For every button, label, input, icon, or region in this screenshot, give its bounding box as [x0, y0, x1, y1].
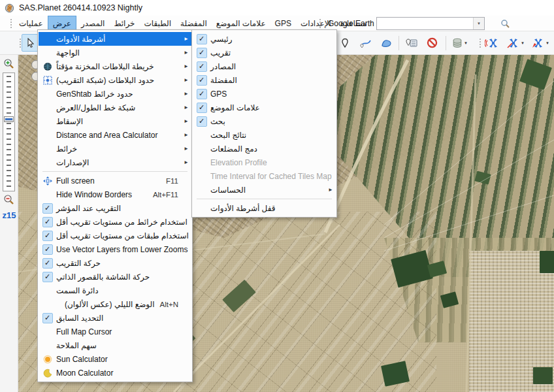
submenu-item-sensors[interactable]: الحساسات ► — [193, 183, 336, 197]
menubar-item-layers[interactable]: الطبقات — [140, 16, 176, 31]
shortcut-label: Alt+N — [157, 301, 182, 308]
search-dropdown-button[interactable]: ▼ — [473, 18, 484, 29]
menu-item-cached-tiles-map[interactable]: خريطة البلاطات المخزنة مؤقتاً ► — [39, 59, 191, 73]
toolbar-grip[interactable] — [319, 18, 321, 29]
menu-item-full-map-cursor[interactable]: Full Map Cursor — [39, 325, 191, 338]
menu-item-moon-calculator[interactable]: Moon Calculator — [39, 366, 191, 380]
search-input[interactable] — [377, 18, 473, 29]
database-stack-icon — [452, 38, 463, 48]
checkmark-icon: ✓ — [197, 61, 207, 72]
checkmark-icon: ✓ — [42, 203, 53, 214]
add-polygon-button[interactable] — [378, 34, 395, 52]
window-title: SAS.Planet 260414.10923 Nightly — [19, 3, 142, 12]
zoom-slider[interactable] — [3, 73, 15, 191]
menu-item-zoom-animation[interactable]: ✓ حركة التقريب — [39, 256, 191, 270]
gps-track-button[interactable]: ▼ — [504, 34, 529, 52]
chevron-down-icon: ▼ — [477, 22, 481, 25]
zoom-sidebar: z15 — [0, 55, 18, 392]
gps-connect-button[interactable] — [483, 34, 500, 52]
submenu-item-zoom-toolbar[interactable]: ✓ تقريب — [193, 46, 336, 59]
menu-item-maps[interactable]: خرائط ► — [39, 142, 191, 155]
menu-item-lat-lon-grid[interactable]: شبكة خط الطول/العرض ► — [39, 101, 191, 114]
menubar-item-operations[interactable]: عمليات — [14, 16, 48, 31]
menu-separator — [197, 199, 332, 199]
submenu-item-main-toolbar[interactable]: ✓ رئيسي — [193, 32, 336, 46]
cache-database-button[interactable]: ▼ — [449, 34, 474, 52]
chevron-down-icon: ▼ — [546, 41, 549, 45]
submenu-arrow-icon: ► — [182, 159, 190, 165]
toolbar-grip[interactable] — [10, 18, 12, 29]
menubar-item-source[interactable]: المصدر — [76, 16, 109, 31]
menu-item-use-vector-layers-from-lower-zooms[interactable]: ✓ Use Vector Layers from Lower Zooms — [39, 242, 191, 256]
cursor-arrow-icon — [25, 38, 36, 48]
menu-item-use-layers-from-lower-zooms[interactable]: ✓ استخدام طبقات من مستويات تقريب أقل — [39, 229, 191, 242]
menu-item-interface[interactable]: الواجهة ► — [39, 46, 191, 59]
tile-grid-icon — [43, 76, 52, 85]
menu-item-previous-selection[interactable]: ✓ التحديد السابق — [39, 311, 191, 325]
submenu-item-favorites-toolbar[interactable]: ✓ المفضلة — [193, 73, 336, 87]
submenu-arrow-icon: ► — [326, 187, 334, 193]
gps-satellite-icon — [531, 37, 544, 49]
hide-placemarks-button[interactable] — [423, 34, 441, 52]
submenu-arrow-icon: ► — [182, 77, 190, 83]
gps-satellite-icon — [506, 37, 519, 49]
checkmark-icon: ✓ — [197, 48, 207, 58]
shortcut-label: Alt+F11 — [150, 191, 182, 199]
app-window: SAS.Planet 260414.10923 Nightly عمليات ع… — [0, 0, 554, 392]
zoom-out-magnifier-icon — [3, 194, 15, 206]
menubar-item-favorites[interactable]: المفضلة — [176, 16, 212, 31]
sun-icon — [43, 355, 52, 364]
menu-item-distance-calculator[interactable]: Distance and Area Calculator ► — [39, 128, 191, 142]
menu-item-sun-calculator[interactable]: Sun Calculator — [39, 352, 191, 366]
menubar-item-placemarks[interactable]: علامات الموضع — [212, 16, 270, 31]
menu-item-night-mode[interactable]: الوضع الليلي (عكس الألوان) Alt+N ► — [39, 297, 191, 311]
menu-item-hide-window-borders[interactable]: Hide Window Borders Alt+F11 ► — [39, 188, 191, 201]
search-go-button[interactable] — [498, 17, 512, 30]
submenu-arrow-icon: ► — [182, 36, 190, 42]
submenu-item-lock-toolbars[interactable]: قفل أشرطة الأدوات — [193, 201, 336, 215]
map-source-label: Google Earth — [328, 19, 374, 28]
zoom-out-button[interactable] — [3, 194, 15, 206]
submenu-item-placemarks-toolbar[interactable]: ✓ علامات الموضع — [193, 101, 336, 114]
submenu-item-sources-toolbar[interactable]: ✓ المصادر — [193, 59, 336, 73]
checkmark-icon: ✓ — [197, 89, 207, 99]
menubar-item-maps[interactable]: خرائط — [109, 16, 139, 31]
menu-item-versions[interactable]: الإصدارات ► — [39, 155, 191, 169]
placemark-list-icon — [406, 38, 417, 48]
submenu-arrow-icon: ► — [182, 63, 190, 69]
zoom-in-button[interactable] — [3, 58, 15, 70]
search-combobox: ▼ — [376, 17, 485, 30]
menu-item-use-maps-from-lower-zooms[interactable]: ✓ استخدام خرائط من مستويات تقريب أقل — [39, 215, 191, 229]
submenu-item-gps-toolbar[interactable]: ✓ GPS — [193, 87, 336, 101]
menu-item-tile-borders[interactable]: حدود البلاطات (شبكة التقريب) ► — [39, 73, 191, 87]
checkmark-icon: ✓ — [42, 217, 53, 227]
add-path-button[interactable] — [357, 34, 374, 52]
menu-item-zoom-at-cursor[interactable]: ✓ التقريب عند المؤشر — [39, 201, 191, 215]
submenu-item-merge-polygons[interactable]: دمج المضلعات — [193, 142, 336, 155]
submenu-arrow-icon: ► — [182, 91, 190, 97]
fullscreen-icon — [43, 176, 52, 186]
menu-item-full-screen[interactable]: Full screen F11 ► — [39, 174, 191, 188]
placemark-manager-button[interactable] — [402, 34, 420, 52]
menu-item-navigation-arrow[interactable]: سهم الملاحة — [39, 338, 191, 352]
checkmark-icon: ✓ — [42, 272, 53, 282]
menubar-item-gps[interactable]: GPS — [270, 16, 296, 31]
submenu-arrow-icon: ► — [182, 105, 190, 110]
submenu-item-search-results[interactable]: نتائج البحث — [193, 128, 336, 142]
menubar-item-view[interactable]: عرض — [48, 16, 76, 31]
toolbar-grip[interactable] — [479, 38, 481, 48]
add-placemark-button[interactable] — [336, 34, 353, 52]
select-tool-button[interactable] — [22, 34, 39, 52]
submenu-item-time-interval: Time Interval for Cached Tiles Map — [193, 169, 336, 183]
menu-item-toolbars[interactable]: أشرطة الأدوات ► — [39, 32, 191, 46]
submenu-item-search-toolbar[interactable]: ✓ بحث — [193, 114, 336, 128]
gps-position-button[interactable]: ▼ — [529, 34, 553, 52]
menu-item-azimuth-circle[interactable]: دائرة السمت — [39, 284, 191, 297]
checkmark-icon: ✓ — [42, 231, 53, 241]
menu-item-projection[interactable]: الإسقاط ► — [39, 114, 191, 128]
submenu-arrow-icon: ► — [182, 50, 190, 56]
submenu-arrow-icon: ► — [182, 118, 190, 124]
zoom-slider-handle[interactable] — [4, 116, 14, 122]
menu-item-inertial-map-movement[interactable]: ✓ حركة الشاشة بالقصور الذاتي — [39, 270, 191, 284]
menu-item-genshtab-borders[interactable]: حدود خرائط GenShtab ► — [39, 87, 191, 101]
